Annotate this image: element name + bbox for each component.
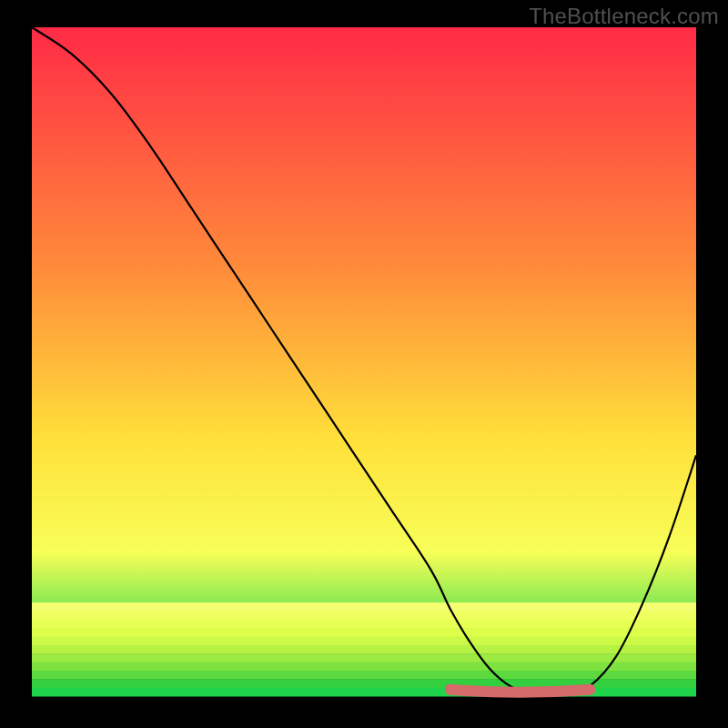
svg-rect-4 bbox=[32, 628, 696, 637]
watermark-text: TheBottleneck.com bbox=[529, 4, 719, 29]
optimal-zone-left-dot bbox=[445, 684, 456, 695]
svg-rect-2 bbox=[32, 611, 696, 620]
svg-rect-1 bbox=[32, 602, 696, 612]
optimal-zone-marker bbox=[450, 690, 590, 693]
svg-rect-3 bbox=[32, 620, 696, 629]
bottleneck-chart bbox=[0, 0, 728, 728]
svg-rect-6 bbox=[32, 645, 696, 654]
chart-frame: TheBottleneck.com bbox=[0, 0, 728, 728]
optimal-zone-right-dot bbox=[584, 684, 595, 695]
svg-rect-7 bbox=[32, 653, 696, 662]
svg-rect-9 bbox=[32, 671, 696, 680]
svg-rect-11 bbox=[32, 688, 696, 697]
plot-area bbox=[32, 27, 696, 697]
svg-rect-8 bbox=[32, 662, 696, 672]
svg-rect-5 bbox=[32, 637, 696, 646]
